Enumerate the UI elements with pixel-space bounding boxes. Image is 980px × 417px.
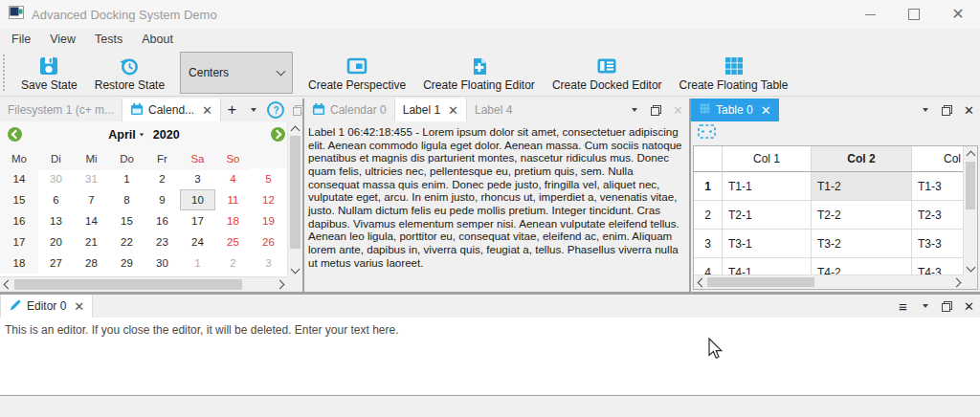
calendar-day[interactable]: 30	[38, 168, 74, 189]
calendar-day[interactable]: 11	[215, 189, 251, 210]
table-cell[interactable]: T4-3	[912, 258, 964, 275]
calendar-day[interactable]: 1	[180, 252, 215, 274]
restore-state-button[interactable]: Restore State	[86, 50, 173, 96]
scrollbar-thumb[interactable]	[14, 279, 242, 290]
tab-editor-0[interactable]: Editor 0 ✕	[0, 295, 93, 318]
table-vertical-scrollbar[interactable]	[963, 146, 977, 275]
scroll-up-icon[interactable]	[964, 146, 977, 161]
table-cell[interactable]: T2-3	[912, 201, 964, 230]
tab-label-4[interactable]: Label 4	[467, 99, 520, 121]
table-cell[interactable]: T4-1	[723, 258, 812, 275]
calendar-day[interactable]: 4	[215, 168, 251, 189]
calendar-day[interactable]: 20	[38, 231, 74, 252]
table-horizontal-scrollbar[interactable]	[694, 274, 964, 289]
scrollbar-thumb[interactable]	[707, 277, 814, 287]
add-tab-button[interactable]: +	[221, 99, 243, 121]
calendar-day[interactable]: 28	[74, 252, 109, 274]
menu-about[interactable]: About	[132, 33, 183, 46]
calendar-day[interactable]: 10	[180, 189, 215, 210]
calendar-day[interactable]: 15	[109, 210, 145, 231]
table-cell[interactable]: T1-3	[912, 172, 964, 201]
menu-file[interactable]: File	[2, 33, 40, 46]
dock-close-button[interactable]: ✕	[667, 99, 689, 121]
calendar-day[interactable]: 3	[180, 168, 215, 189]
menu-tests[interactable]: Tests	[85, 33, 132, 46]
tab-close-icon[interactable]: ✕	[448, 104, 458, 117]
editor-textarea[interactable]: This is an editor. If you close the edit…	[0, 318, 980, 395]
calendar-day[interactable]: 13	[38, 210, 74, 231]
calendar-day[interactable]: 6	[38, 189, 74, 210]
calendar-horizontal-scrollbar[interactable]	[0, 276, 288, 292]
create-docked-editor-button[interactable]: Create Docked Editor	[544, 50, 671, 96]
calendar-day[interactable]: 30	[145, 252, 180, 274]
tabs-menu-button[interactable]	[914, 99, 936, 121]
undock-button[interactable]	[645, 99, 667, 121]
toolbar-drag-handle[interactable]	[3, 55, 11, 91]
scrollbar-thumb[interactable]	[290, 136, 301, 249]
menu-view[interactable]: View	[40, 33, 85, 46]
save-state-button[interactable]: Save State	[12, 50, 86, 96]
scrollbar-thumb[interactable]	[966, 162, 975, 209]
tabs-menu-button[interactable]	[623, 99, 645, 121]
create-floating-editor-button[interactable]: Create Floating Editor	[414, 50, 544, 96]
calendar-day[interactable]: 9	[145, 189, 180, 210]
scroll-right-icon[interactable]	[274, 277, 288, 292]
calendar-day[interactable]: 19	[251, 210, 286, 231]
minimize-button[interactable]	[848, 0, 892, 29]
calendar-year[interactable]: 2020	[153, 128, 180, 142]
table-column-header[interactable]: Col 1	[723, 146, 812, 172]
table-cell[interactable]: T2-2	[812, 201, 912, 230]
calendar-day[interactable]: 2	[215, 252, 251, 274]
scroll-up-icon[interactable]	[288, 121, 302, 136]
calendar-day[interactable]: 3	[251, 252, 286, 274]
tab-label-1[interactable]: Label 1 ✕	[394, 99, 467, 121]
table-cell[interactable]: T2-1	[723, 201, 812, 230]
tabs-menu-button[interactable]	[243, 99, 265, 121]
table-select-icon[interactable]	[698, 124, 716, 143]
prev-month-button[interactable]	[8, 127, 22, 142]
scroll-left-icon[interactable]	[0, 277, 14, 292]
table-cell[interactable]: T1-2	[812, 172, 912, 201]
table-row-header[interactable]: 3	[694, 230, 723, 258]
calendar-day[interactable]: 17	[180, 210, 215, 231]
table-cell[interactable]: T3-3	[912, 230, 964, 258]
calendar-day[interactable]: 29	[109, 252, 145, 274]
table-column-header[interactable]: Col 2	[812, 146, 912, 172]
calendar-day[interactable]: 16	[145, 210, 180, 231]
maximize-button[interactable]	[892, 0, 936, 29]
table-cell[interactable]: T1-1	[723, 172, 812, 201]
calendar-day[interactable]: 26	[251, 231, 286, 252]
dock-close-button[interactable]: ✕	[958, 296, 980, 318]
table-cell[interactable]: T3-1	[723, 230, 812, 258]
tab-table-0[interactable]: Table 0 ✕	[691, 99, 779, 121]
calendar-day[interactable]: 27	[38, 252, 74, 274]
table-row-header[interactable]: 4	[694, 258, 723, 275]
table-cell[interactable]: T4-2	[812, 258, 912, 275]
help-button[interactable]: ?	[265, 99, 287, 121]
calendar-vertical-scrollbar[interactable]	[287, 121, 302, 277]
tab-filesystem-1[interactable]: Filesystem 1 (c+ m...	[0, 99, 122, 121]
create-floating-table-button[interactable]: Create Floating Table	[671, 50, 797, 96]
calendar-day[interactable]: 12	[251, 189, 286, 210]
calendar-day[interactable]: 14	[74, 210, 109, 231]
calendar-day[interactable]: 7	[74, 189, 109, 210]
tab-close-icon[interactable]: ✕	[202, 104, 212, 117]
calendar-day[interactable]: 22	[109, 231, 145, 252]
table-row-header[interactable]: 2	[694, 201, 723, 230]
tab-close-icon[interactable]: ✕	[761, 104, 771, 117]
tabs-menu-button[interactable]	[914, 296, 936, 318]
scroll-down-icon[interactable]	[964, 261, 977, 275]
calendar-day[interactable]: 5	[251, 168, 286, 189]
dock-close-button[interactable]: ✕	[958, 99, 980, 121]
calendar-day[interactable]: 1	[109, 168, 145, 189]
scroll-down-icon[interactable]	[288, 263, 302, 277]
table-column-header[interactable]: Col 3	[912, 146, 964, 172]
table-row-header[interactable]: 1	[694, 172, 723, 201]
tab-calendar-1[interactable]: Calend... ✕	[122, 99, 221, 121]
calendar-day[interactable]: 2	[145, 168, 180, 189]
undock-button[interactable]	[936, 296, 958, 318]
scroll-left-icon[interactable]	[694, 275, 707, 289]
calendar-day[interactable]: 23	[145, 231, 180, 252]
tab-close-icon[interactable]: ✕	[74, 300, 84, 313]
calendar-day[interactable]: 31	[74, 168, 109, 189]
